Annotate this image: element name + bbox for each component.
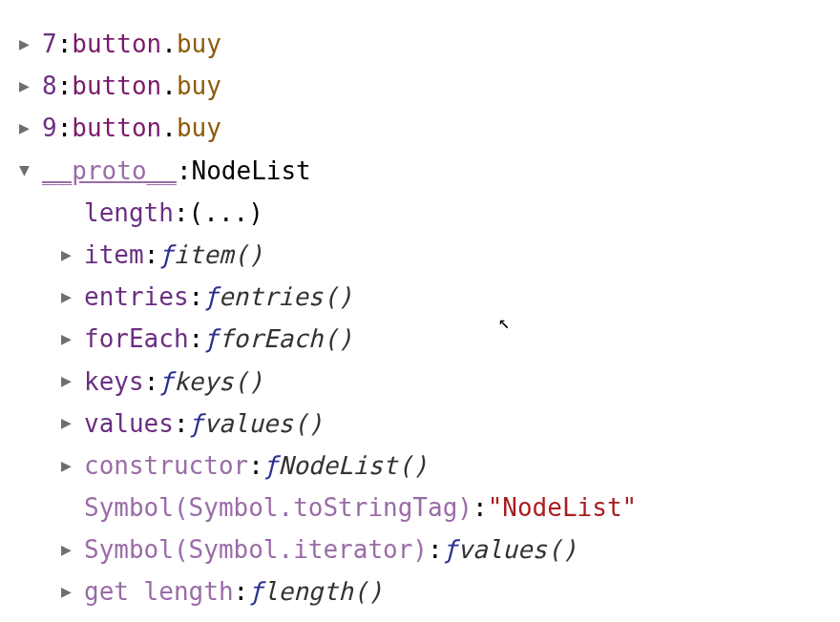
function-f-icon: ƒ xyxy=(158,234,174,276)
colon: : xyxy=(189,276,204,318)
item-index: 9 xyxy=(42,107,57,149)
function-f-icon: ƒ xyxy=(189,403,204,445)
dot: . xyxy=(161,23,177,65)
entry-function-name: item() xyxy=(174,234,263,276)
entry-key: forEach xyxy=(84,318,189,360)
element-tag: button xyxy=(72,107,161,149)
colon: : xyxy=(57,107,73,149)
proto-entry-row[interactable]: ▶values: ƒ values() xyxy=(19,403,821,445)
proto-entry-row[interactable]: ▶constructor: ƒ NodeList() xyxy=(19,445,821,487)
nodelist-item-row[interactable]: ▶9: button.buy xyxy=(19,107,821,149)
disclosure-triangle-icon[interactable]: ▶ xyxy=(61,408,84,438)
entry-function-name: forEach() xyxy=(219,318,353,360)
entry-key: length xyxy=(84,192,174,234)
entry-key: values xyxy=(84,403,174,445)
proto-entry-row[interactable]: ▶get length: ƒ length() xyxy=(19,570,821,612)
colon: : xyxy=(174,192,189,234)
entry-function-name: values() xyxy=(203,403,323,445)
colon: : xyxy=(234,570,249,612)
proto-key: __proto__ xyxy=(42,150,177,192)
element-tag: button xyxy=(72,23,161,65)
proto-entry-row[interactable]: ▶forEach: ƒ forEach() xyxy=(19,318,821,360)
entry-key: item xyxy=(84,234,144,276)
element-class: buy xyxy=(177,23,221,65)
element-tag: button xyxy=(72,65,161,107)
nodelist-item-row[interactable]: ▶8: button.buy xyxy=(19,65,821,107)
proto-type: NodeList xyxy=(192,150,311,192)
proto-entry-row[interactable]: length: (...) xyxy=(19,192,821,234)
entry-string-value: "NodeList" xyxy=(488,487,638,529)
dot: . xyxy=(161,107,177,149)
function-f-icon: ƒ xyxy=(443,529,458,570)
entry-function-name: NodeList() xyxy=(279,445,429,487)
colon: : xyxy=(189,318,204,360)
colon: : xyxy=(248,445,263,487)
disclosure-triangle-icon[interactable]: ▶ xyxy=(61,240,84,270)
colon: : xyxy=(57,23,73,65)
colon: : xyxy=(57,65,73,107)
colon: : xyxy=(472,487,488,529)
entry-function-name: keys() xyxy=(174,361,263,403)
disclosure-triangle-icon[interactable]: ▶ xyxy=(61,577,84,607)
entry-function-name: entries() xyxy=(219,276,353,318)
entry-key: Symbol(Symbol.iterator) xyxy=(84,529,428,570)
disclosure-triangle-icon[interactable]: ▶ xyxy=(19,114,42,143)
dot: . xyxy=(161,65,177,107)
function-f-icon: ƒ xyxy=(203,276,219,318)
item-index: 7 xyxy=(42,23,57,65)
object-tree: ▶7: button.buy▶8: button.buy▶9: button.b… xyxy=(19,23,821,613)
disclosure-triangle-icon[interactable]: ▶ xyxy=(19,72,42,101)
entry-key: constructor xyxy=(84,445,248,487)
proto-entry-row[interactable]: ▶keys: ƒ keys() xyxy=(19,361,821,403)
entry-getter-value[interactable]: (...) xyxy=(189,192,263,234)
proto-entry-row[interactable]: Symbol(Symbol.toStringTag): "NodeList" xyxy=(19,487,821,529)
entry-key: Symbol(Symbol.toStringTag) xyxy=(84,487,472,529)
disclosure-triangle-icon[interactable]: ▶ xyxy=(61,366,84,396)
proto-entry-row[interactable]: ▶item: ƒ item() xyxy=(19,234,821,276)
disclosure-triangle-icon[interactable]: ▼ xyxy=(19,156,42,185)
colon: : xyxy=(144,361,159,403)
element-class: buy xyxy=(177,107,221,149)
disclosure-triangle-icon[interactable]: ▶ xyxy=(61,451,84,481)
disclosure-triangle-icon[interactable]: ▶ xyxy=(61,535,84,565)
colon: : xyxy=(428,529,443,570)
colon: : xyxy=(174,403,189,445)
disclosure-triangle-icon[interactable]: ▶ xyxy=(61,324,84,354)
proto-entry-row[interactable]: ▶entries: ƒ entries() xyxy=(19,276,821,318)
entry-key: entries xyxy=(84,276,189,318)
nodelist-item-row[interactable]: ▶7: button.buy xyxy=(19,23,821,65)
item-index: 8 xyxy=(42,65,57,107)
function-f-icon: ƒ xyxy=(248,570,263,612)
function-f-icon: ƒ xyxy=(158,361,174,403)
entry-key: keys xyxy=(84,361,144,403)
colon: : xyxy=(144,234,159,276)
entry-function-name: length() xyxy=(263,570,383,612)
function-f-icon: ƒ xyxy=(263,445,279,487)
disclosure-triangle-icon[interactable]: ▶ xyxy=(19,30,42,59)
disclosure-triangle-icon[interactable]: ▶ xyxy=(61,282,84,312)
entry-function-name: values() xyxy=(457,529,577,570)
element-class: buy xyxy=(177,65,221,107)
colon: : xyxy=(177,150,192,192)
function-f-icon: ƒ xyxy=(203,318,219,360)
proto-row[interactable]: ▼__proto__: NodeList xyxy=(19,150,821,192)
entry-key: get length xyxy=(84,570,234,612)
proto-entry-row[interactable]: ▶Symbol(Symbol.iterator): ƒ values() xyxy=(19,529,821,570)
